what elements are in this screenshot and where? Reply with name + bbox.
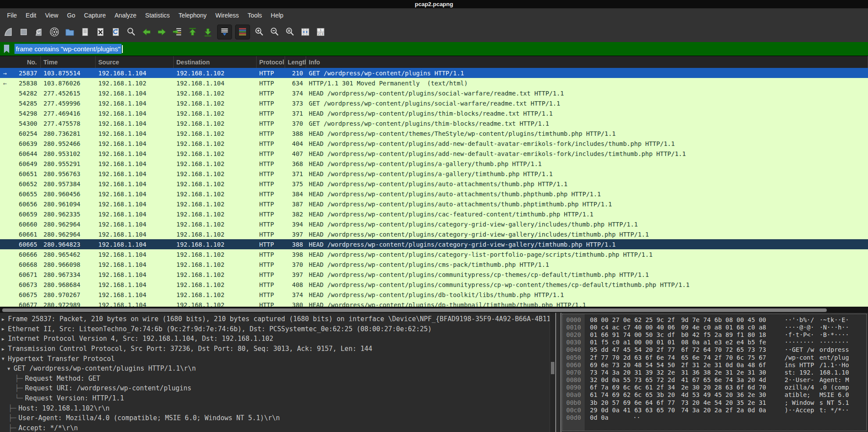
expander-icon[interactable]: ▶ [2,336,8,341]
packet-row[interactable]: 54285 277.459996 192.168.1.104 192.168.1… [0,98,868,108]
menu-item[interactable]: Telephony [174,10,211,21]
packet-row[interactable]: 60660 280.962964 192.168.1.104 192.168.1… [0,219,868,229]
packet-row[interactable]: 54300 277.475578 192.168.1.104 192.168.1… [0,118,868,128]
packet-row[interactable]: 60665 280.964823 192.168.1.104 192.168.1… [0,239,868,249]
packet-row[interactable]: 60666 280.965462 192.168.1.104 192.168.1… [0,249,868,259]
packet-row[interactable]: →25837 103.875514 192.168.1.104 192.168.… [0,68,868,78]
close-file-button[interactable] [94,26,107,38]
column-header-info[interactable]: Info [306,56,868,68]
capture-options-button[interactable] [48,26,61,38]
packet-row[interactable]: 60649 280.955291 192.168.1.104 192.168.1… [0,159,868,169]
detail-tree-line[interactable]: ├─Host: 192.168.1.102\r\n [0,403,550,413]
go-forward-button[interactable] [156,26,168,38]
expander-icon[interactable]: ▶ [2,347,8,351]
go-to-packet-button[interactable] [171,26,183,38]
detail-tree-line[interactable]: └─Request Version: HTTP/1.1 [0,393,550,404]
detail-tree-line[interactable]: ▶Internet Protocol Version 4, Src: 192.1… [0,334,550,344]
menu-item[interactable]: Capture [79,10,110,21]
hex-row[interactable]: 0080 32 0d 0a 55 73 65 72 2d 41 67 65 6e… [563,376,866,384]
packet-row[interactable]: ←25838 103.876026 192.168.1.102 192.168.… [0,78,868,88]
detail-tree-line[interactable]: ├─User-Agent: Mozilla/4.0 (compatible; M… [0,413,550,423]
hex-row[interactable]: 0070 73 74 3a 20 31 39 32 2e 31 36 38 2e… [563,368,866,376]
details-vertical-scrollbar[interactable] [550,313,555,432]
packet-row[interactable]: 54282 277.452615 192.168.1.104 192.168.1… [0,88,868,98]
hex-row[interactable]: 0030 01 f5 c0 a1 00 00 01 01 08 0a a1 e3… [563,339,866,346]
packet-row[interactable]: 60651 280.956763 192.168.1.104 192.168.1… [0,169,868,179]
hex-row[interactable]: 0040 95 dd 47 45 54 20 2f 77 6f 72 64 70… [563,346,866,354]
menu-item[interactable]: Analyze [110,10,141,21]
expander-icon[interactable]: ▼ [2,356,8,361]
hex-row[interactable]: 0090 6f 7a 69 6c 6c 61 2f 34 2e 30 20 28… [563,384,866,391]
column-header-protocol[interactable]: Protocol [257,56,285,68]
menu-item[interactable]: Help [266,10,288,21]
pane-splitter[interactable] [555,313,561,432]
find-packet-button[interactable] [125,26,137,38]
packet-row[interactable]: 60668 280.966098 192.168.1.104 192.168.1… [0,259,868,269]
horizontal-scrollbar[interactable] [0,307,868,313]
menu-item[interactable]: Edit [21,10,41,21]
column-header-destination[interactable]: Destination [174,56,257,68]
packet-row[interactable]: 60661 280.962964 192.168.1.104 192.168.1… [0,229,868,239]
detail-tree-line[interactable]: ▶Frame 25837: Packet, 210 bytes on wire … [0,314,550,324]
stop-capture-button[interactable] [18,26,30,38]
hex-row[interactable]: 0050 2f 77 70 2d 63 6f 6e 74 65 6e 74 2f… [563,354,866,361]
hex-row[interactable]: 0060 69 6e 73 20 48 54 54 50 2f 31 2e 31… [563,361,866,368]
packet-row[interactable]: 60673 280.968684 192.168.1.104 192.168.1… [0,280,868,290]
menu-item[interactable]: Statistics [141,10,174,21]
expander-icon[interactable]: ▼ [7,366,14,371]
column-header-source[interactable]: Source [96,56,174,68]
packet-row[interactable]: 60656 280.961094 192.168.1.104 192.168.1… [0,199,868,209]
detail-tree-line[interactable]: ▼GET /wordpress/wp-content/plugins HTTP/… [0,364,550,374]
auto-scroll-button[interactable] [217,25,232,39]
menu-item[interactable]: Wireless [211,10,243,21]
packet-row[interactable]: 60254 280.736281 192.168.1.104 192.168.1… [0,128,868,138]
save-file-button[interactable] [79,26,91,38]
detail-tree-line[interactable]: ├─Accept: */*\r\n [0,423,550,432]
display-filter-input[interactable]: frame contains "wp-content/plugins" [14,42,865,56]
packet-row[interactable]: 60655 280.960456 192.168.1.104 192.168.1… [0,189,868,199]
details-scrollbar-thumb[interactable] [551,362,554,374]
go-first-packet-button[interactable] [186,26,199,38]
column-header-time[interactable]: Time [41,56,96,68]
hex-row[interactable]: 00d0 0d 0a ·· [563,414,866,421]
zoom-reset-button[interactable] [284,26,296,38]
expander-icon[interactable]: ▶ [2,326,8,331]
packet-row[interactable]: 60652 280.957384 192.168.1.104 192.168.1… [0,179,868,189]
hex-row[interactable]: 0000 08 00 27 0e 62 25 9c 2f 9d 7e 74 6b… [563,316,866,323]
open-file-button[interactable] [64,26,76,38]
detail-tree-line[interactable]: ▶Ethernet II, Src: LiteonTechno_7e:74:6b… [0,324,550,334]
packet-row[interactable]: 60671 280.967334 192.168.1.104 192.168.1… [0,269,868,280]
detail-tree-line[interactable]: ▶Transmission Control Protocol, Src Port… [0,344,550,354]
menu-item[interactable]: Go [63,10,80,21]
packet-row[interactable]: 60675 280.970267 192.168.1.104 192.168.1… [0,290,868,300]
resize-columns-button[interactable] [299,26,311,38]
packet-row[interactable]: 60677 280.972989 192.168.1.104 192.168.1… [0,300,868,307]
expander-icon[interactable]: ▶ [2,317,8,322]
column-header-no[interactable]: No. [0,56,41,68]
reload-file-button[interactable] [110,26,122,38]
zoom-out-button[interactable] [268,26,281,38]
colorize-button[interactable] [235,25,250,39]
go-back-button[interactable] [140,26,153,38]
menu-item[interactable]: File [3,10,21,21]
detail-tree-line[interactable]: ├─Request URI: /wordpress/wp-content/plu… [0,383,550,393]
hex-row[interactable]: 0020 01 66 91 74 00 50 3c df b0 42 f5 2a… [563,331,866,338]
horizontal-scrollbar-thumb[interactable] [2,308,827,312]
packet-row[interactable]: 60639 280.952466 192.168.1.104 192.168.1… [0,138,868,149]
hex-row[interactable]: 00b0 3b 20 57 69 6e 64 6f 77 73 20 4e 54… [563,399,866,406]
menu-item[interactable]: Tools [243,10,267,21]
layout-columns-button[interactable]: 123 [314,26,327,38]
detail-tree-line[interactable]: ▼Hypertext Transfer Protocol [0,354,550,364]
hex-row[interactable]: 00a0 61 74 69 62 6c 65 3b 20 4d 53 49 45… [563,391,866,399]
column-header-length[interactable]: Length [285,56,306,68]
filter-bookmark-icon[interactable] [3,44,12,53]
zoom-in-button[interactable] [253,26,265,38]
packet-row[interactable]: 54298 277.469416 192.168.1.104 192.168.1… [0,108,868,118]
restart-capture-button[interactable] [33,26,45,38]
detail-tree-line[interactable]: ├─Request Method: GET [0,374,550,384]
start-capture-button[interactable] [2,26,14,38]
go-last-packet-button[interactable] [202,26,214,38]
hex-row[interactable]: 00c0 29 0d 0a 41 63 63 65 70 74 3a 20 2a… [563,406,866,414]
packet-row[interactable]: 60659 280.962335 192.168.1.104 192.168.1… [0,209,868,219]
hex-row[interactable]: 0010 00 c4 ac c7 40 00 40 06 09 4e c0 a8… [563,323,866,331]
